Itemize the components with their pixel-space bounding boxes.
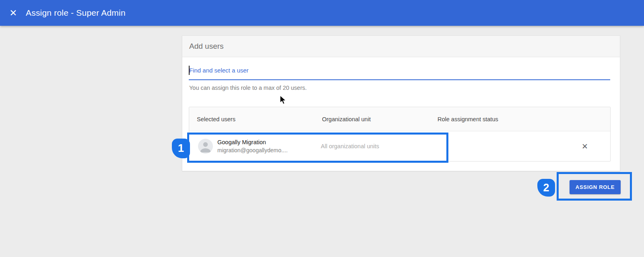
column-role-assignment-status: Role assignment status [438,116,498,122]
annotation-badge-1: 1 [172,139,190,158]
table-header-row: Selected users Organizational unit Role … [189,107,610,131]
card-header: Add users [182,36,620,57]
search-underline [189,79,610,80]
user-search-field[interactable]: Find and select a user [189,66,249,75]
user-meta: Googally Migration migration@googallydem… [217,139,288,153]
remove-user-icon[interactable]: ✕ [582,141,588,151]
column-selected-users: Selected users [197,116,235,122]
app-bar: ✕ Assign role - Super Admin [0,0,644,26]
dialog-title: Assign role - Super Admin [26,8,126,18]
column-organizational-unit: Organizational unit [322,116,371,122]
person-icon [198,139,213,153]
close-icon[interactable]: ✕ [8,8,19,18]
table-row: Googally Migration migration@googallydem… [189,131,610,161]
add-users-card: Add users Find and select a user You can… [182,35,620,171]
user-name: Googally Migration [217,139,288,145]
user-email: migration@googallydemo.... [217,147,288,153]
avatar [198,139,213,153]
assign-role-button[interactable]: ASSIGN ROLE [570,180,621,194]
text-caret [189,66,190,75]
assign-role-dialog: ✕ Assign role - Super Admin Add users Fi… [0,0,644,257]
selected-users-table: Selected users Organizational unit Role … [189,107,611,162]
annotation-badge-2: 2 [537,179,555,197]
search-placeholder: Find and select a user [189,67,249,74]
helper-text: You can assign this role to a max of 20 … [189,85,307,91]
card-title: Add users [189,42,224,51]
org-unit-value: All organizational units [321,143,379,149]
